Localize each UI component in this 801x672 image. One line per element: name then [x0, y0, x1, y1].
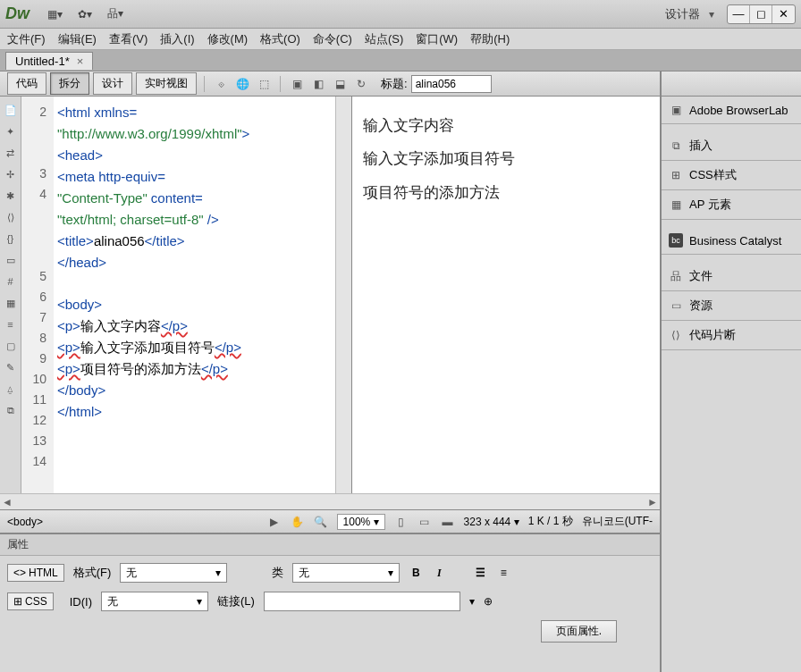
screen-icon[interactable]: ▬ — [441, 516, 455, 528]
hand-icon[interactable]: ✋ — [291, 516, 305, 528]
preview-line: 输入文字内容 — [363, 109, 649, 142]
tool-icon[interactable]: ⬚ — [255, 76, 273, 92]
tool-icon[interactable]: ▦ — [3, 295, 19, 311]
tool-icon[interactable]: ✢ — [3, 166, 19, 182]
horizontal-scrollbar[interactable]: ◄► — [0, 493, 660, 509]
bc-icon: bc — [669, 233, 683, 248]
workspace-label[interactable]: 设计器 — [665, 6, 700, 22]
properties-panel: 属性 <>HTML 格式(F) 无▾ 类 无▾ B I ☰ — [0, 533, 660, 672]
document-tab[interactable]: Untitled-1* × — [5, 52, 93, 70]
panel-css[interactable]: ⊞CSS样式 — [662, 161, 801, 190]
menu-modify[interactable]: 修改(M) — [207, 31, 249, 47]
titlebar: Dw ▦▾ ✿▾ 品▾ 设计器 ▾ — ◻ ✕ — [0, 0, 801, 29]
gear-icon[interactable]: ✿▾ — [76, 5, 94, 23]
assets-icon: ▭ — [669, 298, 683, 313]
ap-icon: ▦ — [669, 197, 683, 212]
menu-window[interactable]: 窗口(W) — [416, 31, 458, 47]
panel-insert[interactable]: ⧉插入 — [662, 131, 801, 161]
panel-ap[interactable]: ▦AP 元素 — [662, 190, 801, 220]
menu-site[interactable]: 站点(S) — [365, 31, 403, 47]
document-tabbar: Untitled-1* × — [0, 50, 801, 71]
menu-command[interactable]: 命令(C) — [313, 31, 352, 47]
site-icon[interactable]: 品▾ — [106, 5, 124, 23]
menu-insert[interactable]: 插入(I) — [160, 31, 194, 47]
panel-bc[interactable]: bcBusiness Catalyst — [662, 227, 801, 255]
tool-icon[interactable]: ⍙ — [3, 381, 19, 397]
workspace-dropdown-icon[interactable]: ▾ — [709, 8, 714, 21]
files-icon: 品 — [669, 269, 683, 283]
code-scrollbar[interactable] — [335, 97, 351, 493]
menu-view[interactable]: 查看(V) — [109, 31, 148, 47]
tool-icon[interactable]: ▣ — [288, 76, 306, 92]
split-view-button[interactable]: 拆分 — [50, 72, 89, 95]
page-properties-button[interactable]: 页面属性. — [541, 620, 617, 643]
html-tab[interactable]: <>HTML — [7, 564, 64, 582]
close-tab-icon[interactable]: × — [77, 55, 84, 68]
maximize-button[interactable]: ◻ — [750, 5, 772, 23]
list-ol-icon[interactable]: ≡ — [496, 567, 510, 579]
format-select[interactable]: 无▾ — [120, 563, 227, 583]
id-label: ID(I) — [70, 595, 92, 609]
tool-icon[interactable]: {} — [3, 231, 19, 247]
filesize: 1 K / 1 秒 — [528, 514, 573, 529]
zoom-icon[interactable]: 🔍 — [314, 516, 328, 528]
bold-button[interactable]: B — [409, 567, 423, 579]
menu-help[interactable]: 帮助(H) — [470, 31, 510, 47]
menu-edit[interactable]: 编辑(E) — [58, 31, 97, 47]
list-ul-icon[interactable]: ☰ — [473, 567, 487, 579]
tool-icon[interactable]: ◧ — [309, 76, 327, 92]
document-tab-name: Untitled-1* — [15, 55, 70, 68]
format-label: 格式(F) — [73, 565, 112, 581]
minimize-button[interactable]: — — [728, 5, 750, 23]
code-view-button[interactable]: 代码 — [7, 72, 46, 95]
tag-selector[interactable]: <body> — [7, 516, 43, 528]
menu-file[interactable]: 文件(F) — [7, 31, 46, 47]
view-toolbar: 代码 拆分 设计 实时视图 ⟐ 🌐 ⬚ ▣ ◧ ⬓ ↻ 标题: — [0, 71, 660, 97]
tool-icon[interactable]: ✦ — [3, 123, 19, 139]
window-controls: — ◻ ✕ — [727, 4, 796, 24]
tool-icon[interactable]: ⬓ — [331, 76, 349, 92]
tool-icon[interactable]: # — [3, 273, 19, 290]
right-panel: ▣Adobe BrowserLab ⧉插入 ⊞CSS样式 ▦AP 元素 bcBu… — [660, 71, 801, 672]
title-label: 标题: — [381, 76, 408, 92]
zoom-select[interactable]: 100% ▾ — [337, 514, 385, 530]
menu-format[interactable]: 格式(O) — [260, 31, 300, 47]
screen-icon[interactable]: ▭ — [417, 516, 432, 528]
panel-browserlab[interactable]: ▣Adobe BrowserLab — [662, 97, 801, 124]
css-tab[interactable]: ⊞ CSS — [7, 592, 54, 610]
properties-title: 属性 — [0, 534, 660, 556]
layout-icon[interactable]: ▦▾ — [46, 5, 63, 23]
panel-files[interactable]: 品文件 — [662, 262, 801, 291]
tool-icon[interactable]: ✎ — [3, 359, 19, 375]
tool-icon[interactable]: ≡ — [3, 316, 19, 332]
tool-icon[interactable]: ▭ — [3, 252, 19, 268]
title-input[interactable] — [411, 75, 492, 93]
panel-snippets[interactable]: ⟨⟩代码片断 — [662, 321, 801, 350]
tool-icon[interactable]: ⟐ — [212, 76, 230, 92]
screen-icon[interactable]: ▯ — [394, 516, 409, 528]
italic-button[interactable]: I — [432, 567, 446, 580]
refresh-icon[interactable]: ↻ — [352, 76, 370, 92]
dimensions: 323 x 444 ▾ — [464, 516, 519, 528]
live-view-button[interactable]: 实时视图 — [136, 72, 197, 95]
tool-icon[interactable]: ⇄ — [3, 145, 19, 161]
tool-icon[interactable]: 📄 — [3, 102, 19, 118]
globe-icon[interactable]: 🌐 — [233, 76, 251, 92]
design-view-button[interactable]: 设计 — [93, 72, 132, 95]
link-target-icon[interactable]: ⊕ — [484, 595, 493, 608]
insert-icon: ⧉ — [669, 139, 683, 153]
tool-icon[interactable]: ▢ — [3, 338, 19, 354]
preview-pane[interactable]: 输入文字内容 输入文字添加项目符号 项目符号的添加方法 — [352, 97, 660, 493]
id-select[interactable]: 无▾ — [101, 592, 208, 611]
tool-icon[interactable]: ⧉ — [3, 402, 19, 418]
link-input[interactable] — [264, 592, 460, 611]
code-editor[interactable]: <html xmlns= "http://www.w3.org/1999/xht… — [54, 97, 335, 493]
close-button[interactable]: ✕ — [772, 5, 795, 23]
app-logo: Dw — [5, 4, 30, 23]
tool-icon[interactable]: ✱ — [3, 188, 19, 204]
tool-icon[interactable]: ⟨⟩ — [3, 209, 19, 225]
pointer-icon[interactable]: ▶ — [267, 516, 282, 528]
code-pane[interactable]: 234567891011121314 <html xmlns= "http://… — [21, 97, 352, 493]
panel-assets[interactable]: ▭资源 — [662, 291, 801, 321]
class-select[interactable]: 无▾ — [292, 563, 400, 583]
